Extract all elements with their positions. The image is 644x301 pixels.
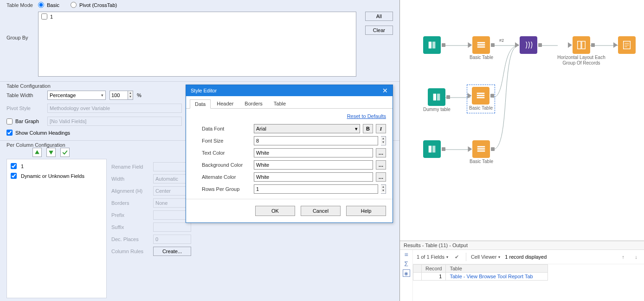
browse-report-link[interactable]: Table - View Browse Tool Report Tab <box>446 273 548 281</box>
svg-rect-22 <box>429 146 431 153</box>
move-down-button[interactable] <box>46 148 56 157</box>
record-count-label: 1 record displayed <box>505 254 547 260</box>
results-panel: Results - Table (11) - Output ≡ Σ ◉ 1 of… <box>400 241 644 301</box>
canvas-node-basic-table[interactable]: Basic Table <box>470 36 493 60</box>
table-mode-pivot-radio[interactable]: Pivot (CrossTab) <box>71 2 117 8</box>
group-by-all-button[interactable]: All <box>365 12 393 21</box>
table-row[interactable]: 1 Table - View Browse Tool Report Tab <box>413 273 548 281</box>
svg-rect-12 <box>582 41 585 49</box>
bar-graph-field: [No Valid Fields] <box>47 117 182 126</box>
bg-color-picker-button[interactable]: … <box>376 160 386 170</box>
chevron-down-icon: ▾ <box>101 93 103 98</box>
group-by-clear-button[interactable]: Clear <box>365 26 393 35</box>
arrow-up-icon[interactable]: ↑ <box>619 253 627 261</box>
italic-button[interactable]: I <box>376 124 386 133</box>
text-color-input[interactable]: White <box>254 148 373 157</box>
svg-rect-26 <box>477 150 485 152</box>
svg-rect-21 <box>477 97 485 98</box>
pivot-style-field: Methodology over Variable <box>47 104 182 113</box>
svg-rect-8 <box>477 42 485 44</box>
style-editor-dialog: Style Editor ✕ Data Header Borders Table… <box>186 85 393 223</box>
svg-rect-9 <box>477 44 485 46</box>
group-by-item[interactable]: 1 <box>41 13 353 20</box>
canvas-node-basic-table-selected[interactable]: Basic Table <box>467 85 495 113</box>
svg-rect-24 <box>477 146 485 148</box>
table-width-unit-select[interactable]: Percentage ▾ <box>47 91 106 100</box>
dec-places-input[interactable]: 0 <box>153 235 191 244</box>
canvas-node-input-3[interactable] <box>423 140 441 158</box>
bg-color-input[interactable]: White <box>254 160 373 170</box>
svg-rect-11 <box>578 41 581 49</box>
table-width-label: Table Width <box>6 92 44 98</box>
canvas-node-layout[interactable]: Horizontal Layout Each Group Of Records <box>556 36 607 66</box>
svg-rect-18 <box>437 94 440 101</box>
canvas-node-output[interactable] <box>618 36 636 54</box>
tab-data[interactable]: Data <box>190 99 211 109</box>
cell-viewer-dropdown[interactable]: Cell Viewer ▾ <box>471 254 500 260</box>
dialog-titlebar[interactable]: Style Editor ✕ <box>186 85 393 96</box>
bold-button[interactable]: B <box>363 124 373 133</box>
svg-rect-23 <box>432 146 435 153</box>
svg-rect-7 <box>432 42 435 49</box>
configuration-panel: Table Mode Basic Pivot (CrossTab) Group … <box>0 0 400 301</box>
column-rules-create-button[interactable]: Create... <box>153 247 191 256</box>
table-mode-label: Table Mode <box>6 2 34 8</box>
ok-button[interactable]: OK <box>255 206 295 216</box>
svg-rect-25 <box>477 148 485 150</box>
results-title: Results - Table (11) - Output <box>400 241 644 250</box>
canvas-node-input[interactable] <box>423 36 441 54</box>
svg-rect-20 <box>477 95 485 96</box>
cancel-button[interactable]: Cancel <box>301 206 341 216</box>
reset-defaults-link[interactable]: Reset to Defaults <box>347 113 386 119</box>
rows-per-group-input[interactable]: 1 <box>254 184 378 194</box>
font-size-input[interactable]: 8 <box>254 136 378 145</box>
canvas-node-dummy-input[interactable]: Dummy table <box>423 88 451 112</box>
svg-rect-19 <box>477 93 485 94</box>
fields-dropdown[interactable]: 1 of 1 Fields ▾ <box>417 254 448 260</box>
canvas-node-transform[interactable] <box>520 36 537 54</box>
bar-graph-checkbox[interactable]: Bar Graph <box>6 118 44 124</box>
table-width-suffix: % <box>137 92 142 98</box>
anchor-label: #2 <box>499 38 504 43</box>
svg-rect-17 <box>433 94 436 101</box>
table-width-value-input[interactable] <box>109 91 128 100</box>
results-view-icon[interactable]: ≡ <box>404 251 408 258</box>
table-mode-basic-radio[interactable]: Basic <box>38 2 59 8</box>
font-size-spinner[interactable]: ▲▼ <box>381 136 386 145</box>
canvas-node-basic-table-3[interactable]: Basic Table <box>470 140 493 164</box>
svg-rect-10 <box>477 46 485 48</box>
text-color-picker-button[interactable]: … <box>376 148 386 157</box>
alt-color-input[interactable]: White <box>254 172 373 182</box>
workflow-canvas[interactable]: Basic Table #2 Horizontal Layout Each Gr… <box>400 0 644 241</box>
alt-color-picker-button[interactable]: … <box>376 172 386 182</box>
field-item[interactable]: 1 <box>9 161 104 171</box>
check-button[interactable] <box>60 148 70 157</box>
results-metadata-icon[interactable]: Σ <box>404 260 408 268</box>
per-column-field-list[interactable]: 1 Dynamic or Unknown Fields <box>6 159 107 298</box>
tab-header[interactable]: Header <box>212 99 238 108</box>
group-by-label: Group By <box>6 12 34 40</box>
tab-borders[interactable]: Borders <box>239 99 268 108</box>
pivot-style-label: Pivot Style <box>6 105 44 111</box>
group-by-listbox[interactable]: 1 <box>38 12 356 77</box>
rows-per-group-spinner[interactable]: ▲▼ <box>381 184 386 194</box>
show-headings-checkbox[interactable]: Show Column Headings <box>6 130 70 136</box>
arrow-down-icon[interactable]: ↓ <box>632 253 640 261</box>
results-browse-icon[interactable]: ◉ <box>403 269 410 277</box>
close-icon[interactable]: ✕ <box>382 87 388 94</box>
field-item[interactable]: Dynamic or Unknown Fields <box>9 171 104 181</box>
results-table[interactable]: Record Table 1 Table - View Browse Tool … <box>413 264 644 281</box>
table-width-spinner[interactable]: ▲▼ <box>128 91 133 100</box>
check-icon[interactable]: ✔ <box>453 253 461 261</box>
svg-rect-6 <box>429 42 431 49</box>
move-up-button[interactable] <box>32 148 42 157</box>
suffix-input[interactable] <box>153 222 191 232</box>
tab-table[interactable]: Table <box>269 99 291 108</box>
data-font-select[interactable]: Arial▾ <box>254 124 360 133</box>
help-button[interactable]: Help <box>346 206 386 216</box>
